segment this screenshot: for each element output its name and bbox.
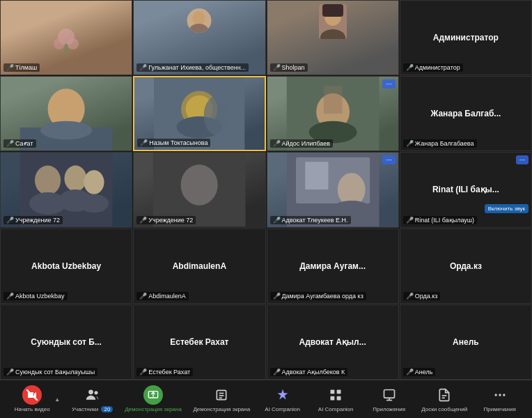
- participant-name-advokat2: 🎤 Адвокат Ақылбеков К: [270, 368, 348, 376]
- svg-rect-32: [305, 162, 328, 190]
- toolbar-ai-button[interactable]: AI Companion: [262, 385, 304, 413]
- tile-aydos: ··· 🎤 Айдос Илипбаев: [267, 76, 399, 151]
- svg-point-4: [193, 11, 205, 25]
- akbota-big-name: Akbota Uzbekbay: [29, 261, 104, 271]
- svg-point-55: [499, 394, 501, 396]
- participant-name-uchrezhdenie2: 🎤 Учреждение 72: [136, 216, 196, 224]
- damira-big-name: Дамира Аугам...: [297, 261, 368, 271]
- svg-point-37: [94, 391, 97, 394]
- participant-name-admin: 🎤 Администратор: [403, 63, 463, 72]
- toolbar-participants-button[interactable]: Участники 20: [72, 385, 114, 413]
- participant-name-estebek: 🎤 Естебек Рахат: [136, 368, 193, 376]
- rinat-big-name: Rinat (ILI бақы...: [430, 185, 502, 194]
- zoom-meeting-container: 🎤 Тілмаш 🎤 Гульжанат Ихиева, общественн.…: [0, 0, 532, 418]
- participant-name-sagat: 🎤 Сағат: [3, 139, 36, 148]
- share-screen-icon: [143, 385, 163, 405]
- participant-name-abdimaulen: 🎤 AbdimaulenA: [136, 292, 189, 300]
- tile-admin: Администратор 🎤 Администратор: [400, 0, 532, 75]
- video-camera-icon: [22, 385, 42, 405]
- svg-rect-46: [337, 390, 341, 394]
- tile-uchrezhdenie1: 🎤 Учреждение 72: [0, 152, 132, 227]
- tile-estebek: Естебек Рахат 🎤 Естебек Рахат: [133, 304, 265, 380]
- participant-name-advokat1: 🎤 Адвокат Тлеукеев Е.Н.: [270, 216, 351, 224]
- share-screen-label: Демонстрация экрана: [125, 406, 182, 413]
- more-icon: [490, 385, 510, 405]
- svg-point-5: [189, 24, 209, 33]
- zhanara-big-name: Жанара Балгаб...: [428, 109, 503, 118]
- participant-name-tilmash: 🎤 Тілмаш: [3, 63, 40, 72]
- more-btn-rinat[interactable]: ···: [516, 155, 529, 164]
- notes-label: Доски сообщений: [421, 406, 467, 413]
- enable-sound-btn[interactable]: Включить звук: [485, 204, 529, 213]
- anel-big-name: Анель: [450, 337, 482, 347]
- orda-big-name: Орда.кз: [447, 261, 485, 271]
- participant-name-suyundyk: 🎤 Суюндык сот Бақылауышы: [3, 368, 97, 376]
- participant-name-nazym: 🎤 Назым Токтасынова: [137, 139, 210, 147]
- tile-nazym: 🎤 Назым Токтасынова: [133, 76, 265, 151]
- tile-gulzhanat: 🎤 Гульжанат Ихиева, общественн...: [133, 0, 265, 75]
- estebek-big-name: Естебек Рахат: [167, 337, 231, 347]
- stop-video-button[interactable]: Начать видео: [11, 385, 53, 413]
- tile-tilmash: 🎤 Тілмаш: [0, 0, 132, 75]
- svg-rect-49: [384, 390, 394, 398]
- toolbar-notes-button[interactable]: Доски сообщений: [421, 385, 467, 413]
- svg-marker-44: [278, 390, 287, 399]
- tile-rinat: Rinat (ILI бақы... Включить звук ··· 🎤 R…: [400, 152, 532, 227]
- svg-point-26: [84, 171, 104, 195]
- svg-point-24: [64, 166, 86, 192]
- tile-advokat1: ··· 🎤 Адвокат Тлеукеев Е.Н.: [267, 152, 399, 227]
- tile-zhanara: Жанара Балгаб... 🎤 Жанара Балгабаева: [400, 76, 532, 151]
- apps-icon: [326, 385, 345, 405]
- svg-point-7: [320, 29, 345, 39]
- tile-abdimaulen: AbdimaulenA 🎤 AbdimaulenA: [133, 229, 265, 304]
- svg-point-11: [40, 121, 92, 140]
- whiteboard-icon: [380, 385, 399, 405]
- suyundyk-big-name: Суюндык сот Б...: [28, 337, 104, 347]
- participant-name-orda: 🎤 Орда.кз: [403, 292, 441, 300]
- svg-rect-3: [65, 44, 68, 54]
- more-label: Примечания: [484, 406, 516, 413]
- toolbar-apps-button[interactable]: AI Companion: [315, 385, 357, 413]
- svg-point-1: [54, 38, 65, 49]
- tile-suyundyk: Суюндык сот Б... 🎤 Суюндык сот Бақылауыш…: [0, 304, 132, 380]
- abdimaulen-big-name: AbdimaulenA: [170, 261, 229, 271]
- svg-point-29: [181, 165, 218, 206]
- video-grid: 🎤 Тілмаш 🎤 Гульжанат Ихиева, общественн.…: [0, 0, 532, 380]
- participants-icon: [83, 385, 102, 405]
- participant-name-gulzhanat: 🎤 Гульжанат Ихиева, общественн...: [136, 63, 249, 72]
- tile-orda: Орда.кз 🎤 Орда.кз: [400, 229, 532, 304]
- tile-damira: Дамира Аугам... 🎤 Дамира Аугамбаева орда…: [267, 229, 399, 304]
- tile-sagat: 🎤 Сағат: [0, 76, 132, 151]
- notes-icon: [435, 385, 454, 405]
- participant-name-uchrezhdenie1: 🎤 Учреждение 72: [3, 216, 63, 224]
- participant-name-anel: 🎤 Анель: [403, 368, 436, 376]
- svg-rect-48: [337, 396, 341, 401]
- participant-name-zhanara: 🎤 Жанара Балгабаева: [403, 139, 477, 148]
- toolbar: Начать видео ▲ Участники 20: [0, 380, 532, 418]
- more-btn-advokat1[interactable]: ···: [382, 155, 395, 164]
- video-caret[interactable]: ▲: [54, 396, 60, 403]
- advokat2-big-name: Адвокат Ақыл...: [296, 337, 368, 347]
- apps-label: AI Companion: [318, 406, 354, 413]
- toolbar-summary-button[interactable]: Демонстрация экрана: [193, 385, 250, 413]
- svg-rect-45: [331, 390, 335, 394]
- toolbar-video-group: Начать видео ▲: [11, 385, 60, 413]
- svg-point-27: [79, 194, 109, 213]
- summary-label: Демонстрация экрана: [193, 406, 250, 413]
- svg-point-16: [204, 95, 231, 135]
- svg-rect-47: [331, 396, 335, 401]
- svg-point-2: [68, 38, 79, 49]
- svg-point-22: [35, 166, 61, 195]
- svg-rect-20: [323, 86, 342, 114]
- ai-icon: [273, 385, 292, 405]
- more-btn-aydos[interactable]: ···: [382, 79, 395, 88]
- toolbar-share-button[interactable]: Демонстрация экрана: [125, 385, 182, 413]
- participant-name-sholpan: 🎤 Sholpan: [270, 63, 308, 72]
- tile-advokat2: Адвокат Ақыл... 🎤 Адвокат Ақылбеков К: [267, 304, 399, 380]
- svg-point-56: [503, 394, 505, 396]
- toolbar-more-button[interactable]: Примечания: [479, 385, 521, 413]
- svg-rect-8: [322, 4, 343, 17]
- ai-label: AI Companion: [265, 406, 300, 413]
- participant-name-aydos: 🎤 Айдос Илипбаев: [270, 139, 334, 148]
- toolbar-whiteboard-button[interactable]: Приложения: [368, 385, 410, 413]
